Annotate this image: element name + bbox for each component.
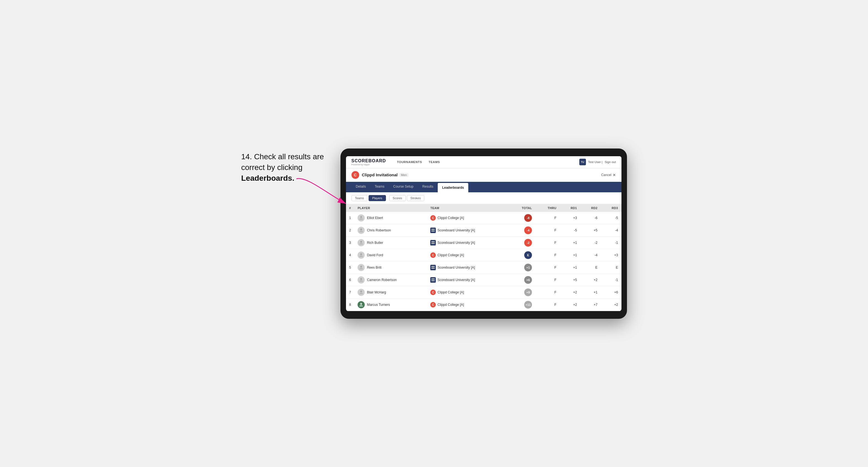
tablet-screen: SCOREBOARD Powered by clippd TOURNAMENTS… <box>346 156 621 311</box>
nav-teams[interactable]: TEAMS <box>429 159 440 165</box>
cell-player: Blair McHarg <box>354 286 427 299</box>
filter-players[interactable]: Players <box>369 195 386 201</box>
cell-thru: F <box>535 224 560 237</box>
svg-point-3 <box>360 241 362 243</box>
cell-total: -2 <box>508 237 535 249</box>
step-prefix: 14. Check all results are correct by cli… <box>241 152 324 172</box>
leaderboard-table: # PLAYER TEAM TOTAL THRU RD1 RD2 RD3 1El… <box>346 204 621 311</box>
step-bold: Leaderboards. <box>241 174 294 182</box>
team-icon: C <box>430 215 436 221</box>
filter-bar: Teams Players Scores Strokes <box>346 192 621 204</box>
cell-rd3: -4 <box>601 224 621 237</box>
player-avatar <box>358 289 365 296</box>
svg-point-7 <box>360 290 362 292</box>
player-name: Cameron Robertson <box>367 278 397 282</box>
user-avatar: TU <box>579 159 586 165</box>
cell-rd3: -1 <box>601 274 621 286</box>
tab-results[interactable]: Results <box>418 182 438 192</box>
cell-thru: F <box>535 274 560 286</box>
cell-player: Elliot Ebert <box>354 212 427 224</box>
cell-total: +1 <box>508 261 535 274</box>
col-player: PLAYER <box>354 204 427 212</box>
tournament-header: C Clippd Invitational Men Cancel ✕ <box>346 168 621 182</box>
app-navbar: SCOREBOARD Powered by clippd TOURNAMENTS… <box>346 156 621 168</box>
cell-rd1: +1 <box>560 249 581 261</box>
team-name: Clippd College [A] <box>437 303 464 307</box>
close-icon: ✕ <box>613 173 616 177</box>
cell-player: Rich Butler <box>354 237 427 249</box>
cell-rank: 5 <box>346 261 354 274</box>
cell-rd3: E <box>601 261 621 274</box>
team-name: Clippd College [A] <box>437 216 464 220</box>
cell-team: Scoreboard University [A] <box>427 237 508 249</box>
cell-team: Scoreboard University [A] <box>427 224 508 237</box>
cell-rank: 7 <box>346 286 354 299</box>
cell-rd2: +5 <box>580 224 601 237</box>
table-row: 8Marcus TurnersCClippd College [A]+11F+2… <box>346 299 621 311</box>
team-icon <box>430 240 436 246</box>
col-rd1: RD1 <box>560 204 581 212</box>
player-avatar <box>358 227 365 234</box>
cell-team: CClippd College [A] <box>427 286 508 299</box>
table-row: 2Chris RobertsonScoreboard University [A… <box>346 224 621 237</box>
cell-player: Marcus Turners <box>354 299 427 311</box>
cell-rd1: +3 <box>560 212 581 224</box>
cell-team: Scoreboard University [A] <box>427 261 508 274</box>
cell-rd2: +1 <box>580 286 601 299</box>
player-name: Elliot Ebert <box>367 216 383 220</box>
table-row: 6Cameron RobertsonScoreboard University … <box>346 274 621 286</box>
col-thru: THRU <box>535 204 560 212</box>
tab-course-setup[interactable]: Course Setup <box>389 182 418 192</box>
filter-teams[interactable]: Teams <box>351 195 368 201</box>
player-name: Rich Butler <box>367 241 383 245</box>
cell-thru: F <box>535 299 560 311</box>
cell-rd3: +3 <box>601 249 621 261</box>
cell-rd1: +2 <box>560 286 581 299</box>
nav-right: TU Test User | Sign out <box>579 159 616 165</box>
cell-total: +9 <box>508 286 535 299</box>
cell-rd1: +5 <box>560 274 581 286</box>
player-avatar <box>358 214 365 221</box>
col-total: TOTAL <box>508 204 535 212</box>
player-avatar <box>358 301 365 308</box>
cell-thru: F <box>535 286 560 299</box>
cell-thru: F <box>535 212 560 224</box>
cancel-button[interactable]: Cancel ✕ <box>601 173 616 177</box>
cell-rank: 2 <box>346 224 354 237</box>
team-name: Scoreboard University [A] <box>437 266 475 270</box>
team-name: Clippd College [A] <box>437 253 464 257</box>
filter-strokes[interactable]: Strokes <box>407 195 424 201</box>
cell-total: -8 <box>508 212 535 224</box>
cell-rd1: +1 <box>560 261 581 274</box>
player-name: Rees Britt <box>367 266 381 270</box>
instruction-area: 14. Check all results are correct by cli… <box>241 149 330 184</box>
score-badge: +9 <box>524 288 532 296</box>
cell-thru: F <box>535 237 560 249</box>
table-row: 4David FordCClippd College [A]EF+1-4+3 <box>346 249 621 261</box>
table-row: 5Rees BrittScoreboard University [A]+1F+… <box>346 261 621 274</box>
col-team: TEAM <box>427 204 508 212</box>
tab-leaderboards[interactable]: Leaderboards <box>438 183 468 192</box>
filter-scores[interactable]: Scores <box>389 195 406 201</box>
signout-link[interactable]: Sign out <box>604 160 616 164</box>
cell-player: Chris Robertson <box>354 224 427 237</box>
player-avatar <box>358 252 365 259</box>
tab-details[interactable]: Details <box>351 182 371 192</box>
nav-tournaments[interactable]: TOURNAMENTS <box>397 159 422 165</box>
cell-rank: 1 <box>346 212 354 224</box>
cell-rd1: +1 <box>560 237 581 249</box>
tab-teams[interactable]: Teams <box>370 182 389 192</box>
logo-area: SCOREBOARD Powered by clippd <box>351 158 386 166</box>
player-avatar <box>358 239 365 246</box>
player-name: David Ford <box>367 253 383 257</box>
table-row: 3Rich ButlerScoreboard University [A]-2F… <box>346 237 621 249</box>
cell-rd2: -2 <box>580 237 601 249</box>
tournament-badge: Men <box>399 173 408 177</box>
cell-rd2: -4 <box>580 249 601 261</box>
score-badge: -4 <box>524 226 532 234</box>
team-icon: C <box>430 252 436 258</box>
cell-rd3: -5 <box>601 212 621 224</box>
outer-wrapper: 14. Check all results are correct by cli… <box>241 149 627 319</box>
sub-nav: Details Teams Course Setup Results Leade… <box>346 182 621 192</box>
cell-thru: F <box>535 261 560 274</box>
